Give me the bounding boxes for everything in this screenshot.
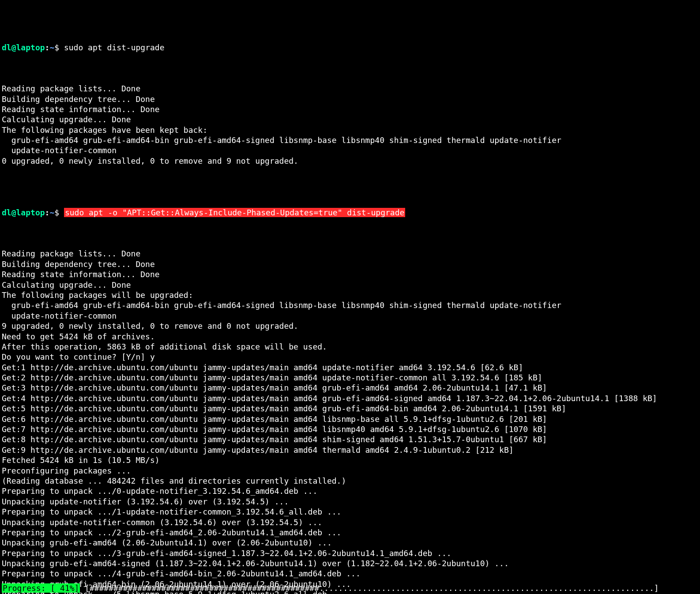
output-line: The following packages will be upgraded:: [2, 290, 698, 300]
terminal-area[interactable]: dl@laptop:~$ sudo apt dist-upgrade Readi…: [0, 0, 700, 594]
output-line: Unpacking grub-efi-amd64 (2.06-2ubuntu14…: [2, 538, 698, 548]
output-line: Reading state information... Done: [2, 104, 698, 114]
output-line: Get:5 http://de.archive.ubuntu.com/ubunt…: [2, 403, 698, 414]
output-line: Building dependency tree... Done: [2, 259, 698, 269]
output-line: After this operation, 5863 kB of additio…: [2, 342, 698, 352]
prompt-host: laptop: [16, 208, 45, 217]
output-line: Unpacking update-notifier-common (3.192.…: [2, 517, 698, 527]
output-line: Reading package lists... Done: [2, 248, 698, 259]
progress-label: Progress: [ 41%]: [2, 583, 80, 593]
output-line: update-notifier-common: [2, 311, 698, 321]
output-line: Preparing to unpack .../0-update-notifie…: [2, 486, 698, 496]
output-line: Get:4 http://de.archive.ubuntu.com/ubunt…: [2, 393, 698, 403]
output-line: Get:2 http://de.archive.ubuntu.com/ubunt…: [2, 372, 698, 383]
output-line: Do you want to continue? [Y/n] y: [2, 352, 698, 362]
prompt-dollar: $: [54, 43, 59, 52]
progress-row: Progress: [ 41%] [######################…: [0, 583, 700, 594]
prompt-user: dl: [2, 208, 11, 217]
prompt-colon: :: [45, 43, 50, 52]
output-line: Reading package lists... Done: [2, 83, 698, 94]
output-line: Preparing to unpack .../4-grub-efi-amd64…: [2, 568, 698, 579]
output-line: 9 upgraded, 0 newly installed, 0 to remo…: [2, 321, 698, 331]
output-line: Get:6 http://de.archive.ubuntu.com/ubunt…: [2, 414, 698, 424]
output-block-1: Reading package lists... DoneBuilding de…: [2, 83, 698, 166]
output-line: Get:8 http://de.archive.ubuntu.com/ubunt…: [2, 434, 698, 444]
output-line: Calculating upgrade... Done: [2, 114, 698, 124]
output-line: Preconfiguring packages ...: [2, 466, 698, 476]
progress-bar: [#######################################…: [80, 583, 659, 593]
prompt-colon: :: [45, 208, 50, 217]
output-line: Calculating upgrade... Done: [2, 280, 698, 290]
output-line: Get:7 http://de.archive.ubuntu.com/ubunt…: [2, 424, 698, 434]
output-line: grub-efi-amd64 grub-efi-amd64-bin grub-e…: [2, 300, 698, 310]
output-line: (Reading database ... 484242 files and d…: [2, 476, 698, 486]
output-line: Fetched 5424 kB in 1s (10.5 MB/s): [2, 455, 698, 465]
output-line: Preparing to unpack .../3-grub-efi-amd64…: [2, 548, 698, 558]
prompt-path: ~: [49, 43, 54, 52]
output-line: Need to get 5424 kB of archives.: [2, 331, 698, 342]
output-line: Get:9 http://de.archive.ubuntu.com/ubunt…: [2, 445, 698, 455]
output-line: Building dependency tree... Done: [2, 94, 698, 104]
prompt-at: @: [11, 208, 16, 217]
prompt-host: laptop: [16, 43, 45, 52]
command-2-highlighted: sudo apt -o "APT::Get::Always-Include-Ph…: [64, 208, 405, 217]
output-line: Reading state information... Done: [2, 269, 698, 279]
output-line: update-notifier-common: [2, 145, 698, 155]
output-line: Unpacking update-notifier (3.192.54.6) o…: [2, 496, 698, 507]
output-line: Preparing to unpack .../1-update-notifie…: [2, 507, 698, 517]
output-line: The following packages have been kept ba…: [2, 125, 698, 135]
prompt-at: @: [11, 43, 16, 52]
output-line: Get:1 http://de.archive.ubuntu.com/ubunt…: [2, 362, 698, 372]
output-block-2: Reading package lists... DoneBuilding de…: [2, 248, 698, 594]
command-1: sudo apt dist-upgrade: [64, 43, 165, 52]
output-line: grub-efi-amd64 grub-efi-amd64-bin grub-e…: [2, 135, 698, 145]
output-line: Get:3 http://de.archive.ubuntu.com/ubunt…: [2, 383, 698, 393]
output-line: 0 upgraded, 0 newly installed, 0 to remo…: [2, 156, 698, 166]
prompt-line-1: dl@laptop:~$ sudo apt dist-upgrade: [2, 42, 698, 53]
prompt-user: dl: [2, 43, 11, 52]
prompt-line-2: dl@laptop:~$ sudo apt -o "APT::Get::Alwa…: [2, 207, 698, 218]
output-line: Unpacking grub-efi-amd64-signed (1.187.3…: [2, 558, 698, 568]
output-line: Preparing to unpack .../2-grub-efi-amd64…: [2, 527, 698, 538]
prompt-dollar: $: [54, 208, 59, 217]
prompt-path: ~: [49, 208, 54, 217]
